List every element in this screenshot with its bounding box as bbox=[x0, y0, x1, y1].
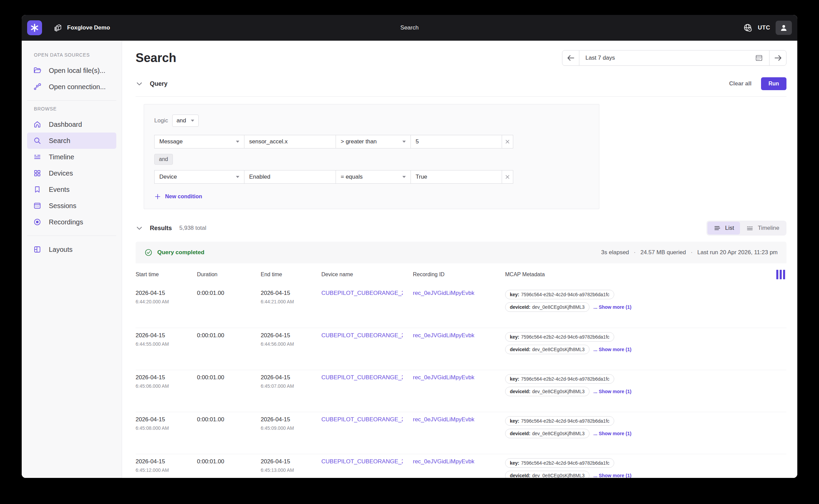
view-toggle-list[interactable]: List bbox=[707, 222, 740, 235]
new-condition-button[interactable]: New condition bbox=[154, 193, 589, 200]
end-date: 2026-04-15 bbox=[261, 458, 321, 465]
column-header-recording-id[interactable]: Recording ID bbox=[413, 271, 505, 278]
condition-operator-select[interactable]: > greater than bbox=[336, 135, 411, 148]
condition-field-select[interactable]: Device bbox=[154, 170, 244, 184]
sidebar-item-layouts[interactable]: Layouts bbox=[27, 241, 116, 258]
table-row: 2026-04-15 6:45:08.000 AM 0:00:01.00 202… bbox=[136, 412, 786, 454]
table-row: 2026-04-15 6:45:06.000 AM 0:00:01.00 202… bbox=[136, 370, 786, 412]
recording-link[interactable]: rec_0eJVGidLiMpyEvbk bbox=[413, 374, 474, 381]
column-header-end-time[interactable]: End time bbox=[261, 271, 321, 278]
condition-operator-select[interactable]: = equals bbox=[336, 170, 411, 184]
column-header-duration[interactable]: Duration bbox=[197, 271, 261, 278]
chevron-down-icon[interactable] bbox=[136, 224, 143, 232]
condition-value-input[interactable]: True bbox=[411, 170, 502, 184]
user-icon bbox=[780, 24, 788, 32]
sidebar-item-timeline[interactable]: Timeline bbox=[27, 149, 116, 165]
view-toggle-timeline[interactable]: Timeline bbox=[740, 222, 785, 235]
duration: 0:00:01.00 bbox=[197, 416, 261, 423]
sidebar-divider bbox=[27, 100, 116, 101]
sidebar-item-sessions[interactable]: Sessions bbox=[27, 198, 116, 214]
sidebar-item-dashboard[interactable]: Dashboard bbox=[27, 116, 116, 133]
clear-all-button[interactable]: Clear all bbox=[729, 80, 752, 87]
device-link[interactable]: CUBEPILOT_CUBEORANGE_2a bbox=[321, 458, 403, 465]
app-window: Foxglove Demo Search UTC bbox=[22, 15, 797, 478]
sidebar-item-label: Sessions bbox=[49, 202, 76, 210]
end-date: 2026-04-15 bbox=[261, 416, 321, 423]
device-link[interactable]: CUBEPILOT_CUBEORANGE_2a bbox=[321, 290, 403, 297]
plus-icon bbox=[154, 193, 161, 200]
logic-value: and bbox=[177, 117, 186, 124]
timezone-globe-clock-icon[interactable] bbox=[743, 23, 753, 33]
device-link[interactable]: CUBEPILOT_CUBEORANGE_2a bbox=[321, 332, 403, 339]
table-row: 2026-04-15 6:44:20.000 AM 0:00:01.00 202… bbox=[136, 286, 786, 328]
column-header-device-name[interactable]: Device name bbox=[321, 271, 413, 278]
logic-select[interactable]: and bbox=[172, 115, 199, 127]
logic-label: Logic bbox=[154, 117, 168, 124]
show-more-link[interactable]: ... Show more (1) bbox=[594, 389, 632, 394]
query-status-bar: Query completed 3s elapsed · 24.57 MB qu… bbox=[136, 242, 786, 263]
end-date: 2026-04-15 bbox=[261, 290, 321, 297]
sidebar-item-open-local-files[interactable]: Open local file(s)... bbox=[27, 62, 116, 79]
condition-property-input[interactable]: sensor_accel.x bbox=[244, 135, 336, 148]
connection-icon bbox=[33, 83, 41, 91]
show-more-link[interactable]: ... Show more (1) bbox=[594, 347, 632, 352]
device-link[interactable]: CUBEPILOT_CUBEORANGE_2a bbox=[321, 416, 403, 423]
sidebar-item-open-connection[interactable]: Open connection... bbox=[27, 79, 116, 95]
columns-settings-icon[interactable] bbox=[776, 270, 786, 279]
topbar-page-title: Search bbox=[400, 24, 419, 31]
duration: 0:00:01.00 bbox=[197, 332, 261, 339]
metadata-key-chip: key:7596c564-e2b2-4c2d-94c6-a9782b6da1fc bbox=[505, 374, 614, 384]
metadata-deviceid-chip: deviceId:dev_0e8CEg0sKjfh8ML3 bbox=[505, 302, 590, 312]
remove-condition-button[interactable] bbox=[502, 135, 513, 148]
home-icon bbox=[33, 120, 41, 128]
duration: 0:00:01.00 bbox=[197, 290, 261, 297]
org-switcher[interactable]: Foxglove Demo bbox=[54, 23, 110, 32]
duration: 0:00:01.00 bbox=[197, 374, 261, 381]
condition-row-2: Device Enabled = equals True bbox=[154, 170, 589, 184]
end-time: 6:44:21.000 AM bbox=[261, 299, 321, 304]
search-icon bbox=[33, 137, 41, 145]
recording-link[interactable]: rec_0eJVGidLiMpyEvbk bbox=[413, 290, 474, 297]
condition-value-input[interactable]: 5 bbox=[411, 135, 502, 148]
sidebar-item-label: Dashboard bbox=[49, 121, 82, 128]
date-range-input[interactable]: Last 7 days bbox=[579, 51, 769, 65]
sidebar-item-label: Layouts bbox=[49, 246, 73, 254]
sidebar-item-recordings[interactable]: Recordings bbox=[27, 214, 116, 230]
chevron-down-icon[interactable] bbox=[136, 80, 143, 87]
sidebar-item-label: Open local file(s)... bbox=[49, 67, 105, 75]
metadata-key-chip: key:7596c564-e2b2-4c2d-94c6-a9782b6da1fc bbox=[505, 290, 614, 299]
results-title: Results bbox=[150, 225, 172, 232]
date-range-prev-button[interactable] bbox=[562, 51, 579, 65]
recording-link[interactable]: rec_0eJVGidLiMpyEvbk bbox=[413, 458, 474, 465]
sidebar-divider bbox=[27, 236, 116, 236]
app-title: Foxglove Demo bbox=[67, 24, 110, 31]
start-date: 2026-04-15 bbox=[136, 458, 197, 465]
timezone-label[interactable]: UTC bbox=[758, 24, 770, 31]
sidebar-item-devices[interactable]: Devices bbox=[27, 165, 116, 181]
calendar-icon bbox=[755, 54, 763, 62]
run-button[interactable]: Run bbox=[761, 77, 786, 90]
condition-property-input[interactable]: Enabled bbox=[244, 170, 336, 184]
remove-condition-button[interactable] bbox=[502, 170, 513, 184]
query-status-message: Query completed bbox=[157, 249, 204, 256]
device-link[interactable]: CUBEPILOT_CUBEORANGE_2a bbox=[321, 374, 403, 381]
sidebar-section-browse: BROWSE bbox=[34, 106, 122, 112]
sidebar-item-events[interactable]: Events bbox=[27, 181, 116, 198]
show-more-link[interactable]: ... Show more (1) bbox=[594, 473, 632, 478]
show-more-link[interactable]: ... Show more (1) bbox=[594, 304, 632, 310]
show-more-link[interactable]: ... Show more (1) bbox=[594, 431, 632, 436]
sidebar-item-label: Recordings bbox=[49, 218, 83, 226]
recording-link[interactable]: rec_0eJVGidLiMpyEvbk bbox=[413, 416, 474, 423]
queried-stat: 24.57 MB queried bbox=[640, 249, 686, 256]
avatar[interactable] bbox=[776, 21, 792, 35]
end-time: 6:45:09.000 AM bbox=[261, 425, 321, 431]
condition-field-select[interactable]: Message bbox=[154, 135, 244, 148]
column-header-mcap-metadata[interactable]: MCAP Metadata bbox=[505, 271, 776, 278]
date-range-next-button[interactable] bbox=[769, 51, 786, 65]
arrow-left-icon bbox=[566, 54, 575, 62]
recording-link[interactable]: rec_0eJVGidLiMpyEvbk bbox=[413, 332, 474, 339]
caret-down-icon bbox=[236, 176, 239, 178]
sidebar-item-search[interactable]: Search bbox=[27, 133, 116, 149]
foxglove-logo-button[interactable] bbox=[27, 20, 42, 35]
column-header-start-time[interactable]: Start time bbox=[136, 271, 197, 278]
